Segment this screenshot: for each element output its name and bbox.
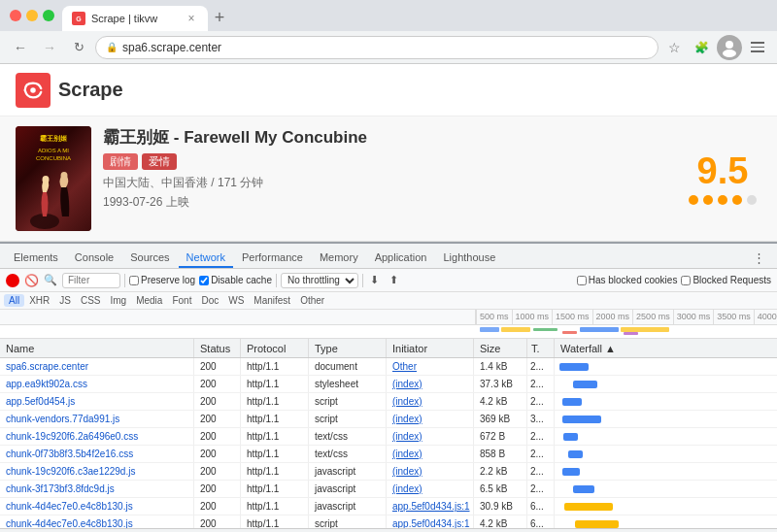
import-har-icon[interactable]: ⬇	[367, 273, 383, 288]
td-initiator: (index)	[387, 428, 474, 445]
filter-img[interactable]: Img	[105, 294, 131, 307]
td-waterfall	[555, 428, 777, 445]
blocked-requests-checkbox[interactable]: Blocked Requests	[681, 275, 771, 285]
table-body[interactable]: spa6.scrape.center 200 http/1.1 document…	[0, 358, 777, 528]
filter-xhr[interactable]: XHR	[24, 294, 54, 307]
filter-css[interactable]: CSS	[76, 294, 106, 307]
filter-other[interactable]: Other	[295, 294, 329, 307]
tab-close-icon[interactable]: ×	[185, 12, 198, 25]
tab-bar: G Scrape | tikvw × +	[62, 0, 767, 31]
td-time: 2...	[527, 446, 555, 462]
tab-lighthouse[interactable]: Lighthouse	[435, 249, 503, 268]
blocked-cookies-checkbox[interactable]: Has blocked cookies	[577, 275, 678, 285]
traffic-light-red[interactable]	[10, 10, 21, 21]
td-size: 4.2 kB	[474, 515, 527, 528]
th-protocol[interactable]: Protocol	[241, 339, 309, 357]
td-status: 200	[194, 498, 241, 515]
extension-icon[interactable]: 🧩	[690, 36, 713, 59]
active-tab[interactable]: G Scrape | tikvw ×	[62, 6, 208, 31]
table-row[interactable]: spa6.scrape.center 200 http/1.1 document…	[0, 358, 777, 376]
td-initiator: (index)	[387, 463, 474, 480]
filter-all[interactable]: All	[4, 294, 24, 307]
filter-input[interactable]	[62, 273, 120, 288]
tab-performance[interactable]: Performance	[234, 249, 311, 268]
filter-font[interactable]: Font	[167, 294, 196, 307]
profile-icon[interactable]	[717, 35, 742, 60]
tab-sources[interactable]: Sources	[122, 249, 177, 268]
th-initiator[interactable]: Initiator	[387, 339, 474, 357]
tab-application[interactable]: Application	[367, 249, 435, 268]
td-initiator: (index)	[387, 393, 474, 410]
th-time[interactable]: T.	[527, 339, 555, 357]
tab-console[interactable]: Console	[67, 249, 121, 268]
movie-meta: 中国大陆、中国香港 / 171 分钟	[103, 175, 672, 191]
traffic-light-yellow[interactable]	[26, 10, 38, 21]
td-type: javascript	[309, 463, 387, 480]
filter-toggle[interactable]: 🔍	[43, 273, 58, 288]
traffic-light-green[interactable]	[43, 10, 54, 21]
td-protocol: http/1.1	[241, 463, 309, 480]
tab-elements[interactable]: Elements	[6, 249, 66, 268]
tab-memory[interactable]: Memory	[312, 249, 366, 268]
td-type: document	[309, 358, 387, 375]
th-size[interactable]: Size	[474, 339, 527, 357]
forward-button[interactable]: →	[37, 35, 62, 60]
menu-icon[interactable]	[746, 36, 769, 59]
svg-point-5	[61, 172, 68, 180]
traffic-lights	[10, 10, 54, 21]
back-button[interactable]: ←	[8, 35, 33, 60]
clear-button[interactable]: 🚫	[23, 273, 39, 288]
td-time: 6...	[527, 498, 555, 515]
table-row[interactable]: chunk-4d4ec7e0.e4c8b130.js 200 http/1.1 …	[0, 498, 777, 515]
movie-info: 霸王别姬 - Farewell My Concubine 剧情 爱情 中国大陆、…	[103, 126, 672, 231]
th-status[interactable]: Status	[194, 339, 241, 357]
td-name: chunk-19c920f6.2a6496e0.css	[0, 428, 194, 445]
filter-doc[interactable]: Doc	[196, 294, 223, 307]
svg-point-1	[723, 50, 736, 57]
table-row[interactable]: app.5ef0d454.js 200 http/1.1 script (ind…	[0, 393, 777, 411]
devtools-more-icon[interactable]: ⋮	[747, 248, 771, 268]
td-status: 200	[194, 393, 241, 410]
td-type: javascript	[309, 481, 387, 497]
th-type[interactable]: Type	[309, 339, 387, 357]
td-size: 6.5 kB	[474, 481, 527, 497]
table-row[interactable]: chunk-4d4ec7e0.e4c8b130.js 200 http/1.1 …	[0, 515, 777, 528]
reload-button[interactable]: ↻	[66, 35, 91, 60]
td-waterfall	[555, 515, 777, 528]
svg-point-0	[726, 41, 733, 49]
td-type: script	[309, 515, 387, 528]
table-row[interactable]: chunk-vendors.77da991.js 200 http/1.1 sc…	[0, 411, 777, 428]
dot-1	[689, 195, 698, 205]
table-row[interactable]: chunk-19c920f6.2a6496e0.css 200 http/1.1…	[0, 428, 777, 446]
new-tab-button[interactable]: +	[208, 6, 231, 29]
table-row[interactable]: app.ea9kt902a.css 200 http/1.1 styleshee…	[0, 376, 777, 393]
td-initiator: Other	[387, 358, 474, 375]
filter-js[interactable]: JS	[54, 294, 76, 307]
tab-network[interactable]: Network	[179, 249, 233, 268]
url-bar[interactable]: 🔒 spa6.scrape.center	[95, 36, 659, 59]
score-number: 9.5	[697, 152, 749, 189]
td-size: 858 B	[474, 446, 527, 462]
export-har-icon[interactable]: ⬆	[387, 273, 402, 288]
td-type: stylesheet	[309, 376, 387, 392]
table-row[interactable]: chunk-0f73b8f3.5b4f2e16.css 200 http/1.1…	[0, 446, 777, 463]
preserve-log-checkbox[interactable]: Preserve log	[129, 275, 195, 285]
td-protocol: http/1.1	[241, 376, 309, 392]
disable-cache-checkbox[interactable]: Disable cache	[199, 275, 272, 285]
table-row[interactable]: chunk-19c920f6.c3ae1229d.js 200 http/1.1…	[0, 463, 777, 481]
filter-media[interactable]: Media	[131, 294, 167, 307]
td-type: script	[309, 411, 387, 427]
movie-date: 1993-07-26 上映	[103, 194, 672, 211]
table-row[interactable]: chunk-3f173bf3.8fdc9d.js 200 http/1.1 ja…	[0, 481, 777, 498]
throttling-select[interactable]: No throttling	[281, 273, 358, 288]
td-waterfall	[555, 463, 777, 480]
filter-type-row: All XHR JS CSS Img Media Font Doc WS Man…	[0, 292, 777, 310]
th-name[interactable]: Name	[0, 339, 194, 357]
th-waterfall[interactable]: Waterfall ▲	[555, 339, 777, 357]
bookmark-icon[interactable]: ☆	[662, 36, 686, 59]
filter-ws[interactable]: WS	[223, 294, 249, 307]
filter-manifest[interactable]: Manifest	[249, 294, 295, 307]
td-status: 200	[194, 515, 241, 528]
td-name: chunk-0f73b8f3.5b4f2e16.css	[0, 446, 194, 462]
record-stop-button[interactable]	[6, 274, 19, 287]
